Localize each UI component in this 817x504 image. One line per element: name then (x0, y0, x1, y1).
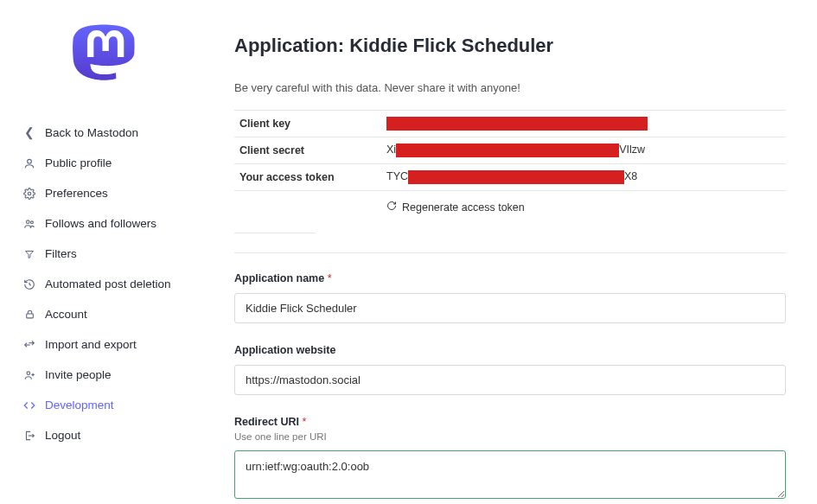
redacted-bar (408, 170, 624, 184)
nav-label: Preferences (45, 187, 108, 200)
field-application-website: Application website (234, 344, 786, 395)
access-token-prefix: TYC (386, 170, 408, 182)
lock-icon (22, 309, 36, 320)
access-token-value: TYCX8 (381, 164, 786, 191)
label-text: Redirect URI (234, 416, 299, 428)
nav-label: Invite people (45, 368, 112, 381)
redacted-bar (386, 117, 648, 131)
filter-icon (22, 249, 36, 259)
svg-point-2 (27, 220, 30, 222)
nav-label: Back to Mastodon (45, 126, 138, 139)
credentials-table: Client key Client secret XiVIlzw Your ac… (234, 110, 786, 191)
page-title: Application: Kiddie Flick Scheduler (234, 35, 786, 57)
redirect-uri-label: Redirect URI * (234, 416, 786, 428)
nav-label: Filters (45, 247, 77, 260)
svg-point-3 (30, 220, 33, 223)
access-token-suffix: X8 (624, 170, 637, 182)
required-marker: * (328, 272, 332, 284)
redacted-bar (396, 144, 619, 157)
main-content: Application: Kiddie Flick Scheduler Be v… (203, 0, 817, 504)
invite-icon (22, 369, 36, 381)
nav-label: Follows and followers (45, 217, 156, 230)
svg-point-0 (28, 159, 32, 163)
nav-label: Logout (45, 429, 80, 442)
client-secret-prefix: Xi (386, 144, 396, 156)
mastodon-logo-icon (73, 24, 135, 90)
group-icon (22, 218, 36, 230)
svg-point-5 (27, 371, 29, 374)
svg-rect-4 (26, 314, 33, 318)
required-marker: * (303, 416, 307, 428)
transfer-icon (22, 339, 36, 351)
sidebar: ❮ Back to Mastodon Public profile Prefer… (0, 0, 203, 504)
nav-label: Import and export (45, 338, 137, 351)
nav-import-export[interactable]: Import and export (19, 329, 203, 360)
client-key-value (381, 111, 786, 137)
nav-follows-followers[interactable]: Follows and followers (19, 208, 203, 239)
history-icon (22, 278, 36, 290)
client-secret-label: Client secret (234, 137, 381, 164)
redirect-uri-textarea[interactable] (234, 450, 786, 499)
application-website-input[interactable] (234, 365, 786, 395)
nav-list: ❮ Back to Mastodon Public profile Prefer… (19, 117, 203, 450)
application-name-label: Application name * (234, 272, 786, 284)
nav-back-to-mastodon[interactable]: ❮ Back to Mastodon (19, 117, 203, 148)
gear-icon (22, 188, 36, 200)
logo (19, 24, 203, 93)
client-key-label: Client key (234, 111, 381, 137)
client-secret-suffix: VIlzw (619, 144, 645, 156)
person-icon (22, 157, 36, 169)
nav-account[interactable]: Account (19, 299, 203, 329)
nav-filters[interactable]: Filters (19, 239, 203, 269)
logout-icon (22, 430, 36, 442)
nav-invite-people[interactable]: Invite people (19, 360, 203, 390)
access-token-label: Your access token (234, 164, 381, 191)
nav-logout[interactable]: Logout (19, 420, 203, 450)
application-name-input[interactable] (234, 293, 786, 323)
field-redirect-uri: Redirect URI * Use one line per URI Use … (234, 416, 786, 504)
redirect-uri-hint: Use one line per URI (234, 431, 786, 442)
field-application-name: Application name * (234, 272, 786, 323)
nav-label: Public profile (45, 156, 112, 169)
nav-preferences[interactable]: Preferences (19, 178, 203, 208)
nav-public-profile[interactable]: Public profile (19, 148, 203, 178)
full-separator (234, 252, 786, 253)
chevron-left-icon: ❮ (22, 125, 36, 139)
label-text: Application name (234, 272, 324, 284)
nav-development[interactable]: Development (19, 390, 203, 420)
regenerate-access-token-link[interactable]: Regenerate access token (386, 201, 525, 214)
client-key-row: Client key (234, 111, 786, 137)
application-website-label: Application website (234, 344, 786, 356)
regenerate-label: Regenerate access token (402, 201, 525, 214)
access-token-row: Your access token TYCX8 (234, 164, 786, 191)
section-separator (234, 233, 316, 233)
warning-text: Be very careful with this data. Never sh… (234, 81, 786, 94)
nav-label: Automated post deletion (45, 278, 171, 290)
nav-label: Development (45, 399, 114, 411)
code-icon (22, 399, 36, 411)
client-secret-value: XiVIlzw (381, 137, 786, 164)
nav-label: Account (45, 308, 87, 321)
svg-point-1 (28, 192, 31, 195)
client-secret-row: Client secret XiVIlzw (234, 137, 786, 164)
refresh-icon (386, 201, 397, 214)
nav-automated-post-deletion[interactable]: Automated post deletion (19, 269, 203, 299)
